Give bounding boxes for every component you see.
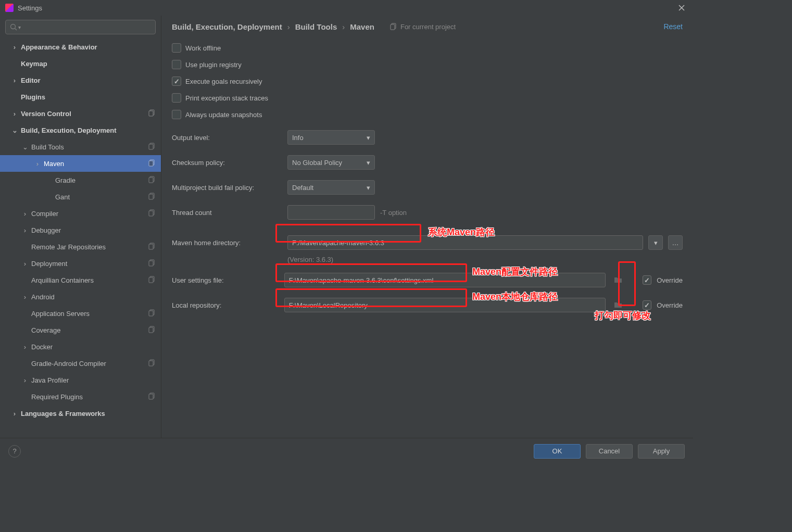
ok-button[interactable]: OK (534, 444, 581, 459)
browse-folder-icon[interactable] (611, 273, 626, 287)
sidebar-item-label: Arquillian Containers (31, 276, 94, 284)
checkbox[interactable] (172, 60, 181, 69)
breadcrumb: Build, Execution, Deployment › Build Too… (172, 22, 374, 31)
sidebar: ▾ ›Appearance & BehaviorKeymap›EditorPlu… (0, 16, 161, 438)
sidebar-item-version-control[interactable]: ›Version Control (0, 105, 161, 122)
local-repo-override-checkbox[interactable] (643, 300, 652, 310)
checkbox[interactable] (172, 77, 181, 86)
svg-rect-8 (149, 178, 153, 183)
breadcrumb-item[interactable]: Build Tools (295, 22, 337, 31)
sidebar-item-label: Coverage (31, 326, 60, 334)
svg-rect-28 (391, 24, 395, 30)
breadcrumb-item[interactable]: Build, Execution, Deployment (172, 22, 282, 31)
maven-home-label: Maven home directory: (172, 239, 282, 247)
output-level-select[interactable]: Info ▾ (287, 130, 375, 145)
thread-count-label: Thread count (172, 209, 282, 217)
search-input[interactable]: ▾ (5, 20, 156, 34)
fail-policy-label: Multiproject build fail policy: (172, 184, 282, 192)
sidebar-item-maven[interactable]: ›Maven (0, 155, 161, 172)
sidebar-item-docker[interactable]: ›Docker (0, 338, 161, 355)
checkbox[interactable] (172, 110, 181, 119)
sidebar-item-debugger[interactable]: ›Debugger (0, 222, 161, 238)
local-repo-input[interactable]: F:\Maven\LocalRepository (284, 298, 606, 312)
help-button[interactable]: ? (8, 445, 21, 458)
sidebar-item-gradle[interactable]: Gradle (0, 172, 161, 188)
sidebar-item-label: Docker (31, 343, 53, 351)
sidebar-item-required-plugins[interactable]: Required Plugins (0, 388, 161, 405)
thread-count-input[interactable] (287, 205, 375, 220)
sidebar-item-languages-frameworks[interactable]: ›Languages & Frameworks (0, 405, 161, 422)
sidebar-item-deployment[interactable]: ›Deployment (0, 255, 161, 272)
user-settings-override-checkbox[interactable] (643, 275, 652, 285)
local-repo-override-label: Override (657, 301, 683, 309)
user-settings-input[interactable]: F:\Maven\apache-maven-3.6.3\conf\setting… (284, 273, 606, 287)
chevron-right-icon: › (21, 226, 29, 234)
cancel-button[interactable]: Cancel (586, 444, 633, 459)
checkbox[interactable] (172, 93, 181, 103)
maven-home-input[interactable]: F:/Maven/apache-maven-3.6.3 (287, 235, 643, 250)
sidebar-item-label: Remote Jar Repositories (31, 243, 106, 251)
chevron-down-icon: ⌄ (21, 143, 29, 151)
sidebar-item-android[interactable]: ›Android (0, 288, 161, 305)
sidebar-item-gant[interactable]: Gant (0, 188, 161, 205)
thread-count-row: Thread count -T option (172, 202, 683, 223)
body: ▾ ›Appearance & BehaviorKeymap›EditorPlu… (0, 16, 693, 438)
sidebar-item-label: Deployment (31, 260, 67, 268)
fail-policy-row: Multiproject build fail policy: Default … (172, 177, 683, 198)
sidebar-item-java-profiler[interactable]: ›Java Profiler (0, 372, 161, 388)
checksum-policy-select[interactable]: No Global Policy ▾ (287, 155, 375, 170)
app-icon (5, 4, 14, 12)
close-icon[interactable] (675, 2, 688, 14)
checkbox-row: Always update snapshots (172, 106, 683, 123)
svg-rect-10 (149, 194, 153, 199)
sidebar-item-label: Maven (44, 160, 64, 168)
sidebar-item-editor[interactable]: ›Editor (0, 72, 161, 88)
svg-rect-14 (149, 244, 153, 249)
copy-icon (148, 392, 156, 401)
chevron-right-icon: › (10, 110, 19, 118)
maven-home-browse-button[interactable]: … (668, 235, 683, 250)
maven-home-row: Maven home directory: F:/Maven/apache-ma… (172, 232, 683, 253)
chevron-down-icon: ▾ (367, 134, 370, 142)
sidebar-item-coverage[interactable]: Coverage (0, 322, 161, 338)
sidebar-item-remote-jar-repositories[interactable]: Remote Jar Repositories (0, 238, 161, 255)
user-settings-override-label: Override (657, 276, 683, 284)
chevron-down-icon: ⌄ (10, 126, 19, 134)
for-project-label: For current project (390, 23, 456, 31)
maven-version-label: (Version: 3.6.3) (287, 256, 333, 263)
chevron-right-icon: › (21, 293, 29, 301)
copy-icon (390, 23, 397, 30)
sidebar-item-label: Application Servers (31, 310, 90, 318)
browse-folder-icon[interactable] (611, 298, 626, 312)
svg-rect-4 (149, 144, 153, 149)
checkbox-row: Work offline (172, 40, 683, 56)
sidebar-item-plugins[interactable]: Plugins (0, 88, 161, 105)
fail-policy-select[interactable]: Default ▾ (287, 180, 375, 195)
chevron-right-icon: › (21, 210, 29, 218)
apply-button[interactable]: Apply (638, 444, 685, 459)
checkbox-row: Print exception stack traces (172, 90, 683, 106)
copy-icon (148, 309, 156, 318)
output-level-row: Output level: Info ▾ (172, 127, 683, 148)
sidebar-item-build-tools[interactable]: ⌄Build Tools (0, 138, 161, 155)
sidebar-item-keymap[interactable]: Keymap (0, 55, 161, 72)
sidebar-item-application-servers[interactable]: Application Servers (0, 305, 161, 322)
copy-icon (148, 193, 156, 201)
breadcrumb-item[interactable]: Maven (350, 22, 374, 31)
sidebar-item-build-execution-deployment[interactable]: ⌄Build, Execution, Deployment (0, 122, 161, 138)
maven-home-dropdown[interactable]: ▾ (648, 235, 663, 250)
copy-icon (148, 159, 156, 168)
sidebar-item-label: Keymap (21, 60, 47, 68)
chevron-right-icon: › (10, 410, 19, 417)
chevron-right-icon: › (10, 43, 19, 51)
sidebar-item-gradle-android-compiler[interactable]: Gradle-Android Compiler (0, 355, 161, 372)
checkbox[interactable] (172, 43, 181, 53)
sidebar-item-appearance-behavior[interactable]: ›Appearance & Behavior (0, 39, 161, 55)
svg-rect-2 (149, 111, 153, 116)
sidebar-item-arquillian-containers[interactable]: Arquillian Containers (0, 272, 161, 288)
sidebar-item-compiler[interactable]: ›Compiler (0, 205, 161, 222)
sidebar-item-label: Languages & Frameworks (21, 410, 105, 417)
reset-link[interactable]: Reset (663, 22, 683, 31)
copy-icon (148, 243, 156, 251)
checkbox-label: Use plugin registry (185, 61, 242, 69)
